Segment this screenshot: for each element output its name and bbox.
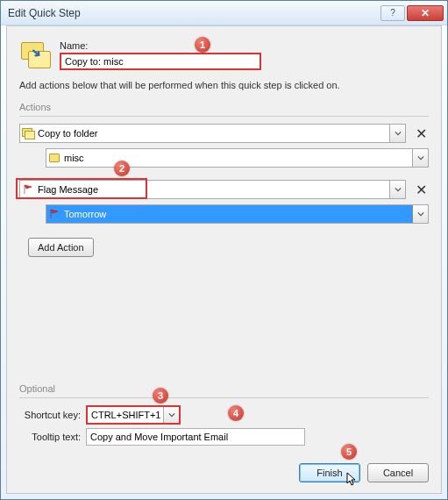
titlebar: Edit Quick Step ? ✕ — [1, 1, 447, 25]
flag-due-combo[interactable]: Tomorrow — [46, 204, 429, 224]
instruction-text: Add actions below that will be performed… — [19, 79, 429, 91]
add-action-button[interactable]: Add Action — [28, 238, 94, 257]
folder-text: misc — [62, 153, 412, 163]
annotation-bubble-1: 1 — [195, 37, 210, 53]
close-button[interactable]: ✕ — [407, 5, 444, 21]
folder-icon — [46, 154, 62, 162]
tooltip-label: Tooltip text: — [19, 432, 81, 442]
name-input[interactable] — [60, 53, 261, 70]
flag-icon — [46, 209, 62, 219]
name-label: Name: — [60, 40, 429, 51]
shortcut-combo[interactable]: CTRL+SHIFT+1 — [86, 405, 181, 425]
window-title: Edit Quick Step — [8, 7, 380, 19]
optional-section-label: Optional — [19, 383, 429, 394]
tooltip-input[interactable] — [86, 428, 305, 446]
folder-combo[interactable]: misc — [46, 148, 429, 168]
quickstep-icon: ➜ — [19, 39, 51, 70]
action-subrow: misc — [46, 148, 429, 168]
flag-due-text: Tomorrow — [62, 209, 412, 219]
shortcut-value: CTRL+SHIFT+1 — [88, 410, 163, 420]
delete-action-icon[interactable]: ✕ — [413, 125, 429, 141]
annotation-bubble-4: 4 — [228, 405, 244, 421]
chevron-down-icon[interactable] — [389, 181, 405, 198]
chevron-down-icon[interactable] — [389, 125, 405, 142]
actions-rule — [19, 116, 429, 117]
dialog-body: ➜ Name: 1 Add actions below that will be… — [6, 25, 442, 494]
action-type-combo[interactable]: Flag Message — [19, 180, 406, 199]
actions-section-label: Actions — [19, 102, 429, 112]
action-type-combo[interactable]: Copy to folder — [19, 124, 406, 143]
action-row: Flag Message ✕ — [19, 180, 429, 199]
annotation-bubble-2: 2 — [114, 161, 130, 176]
optional-rule — [19, 397, 429, 398]
cancel-button[interactable]: Cancel — [367, 463, 429, 482]
shortcut-label: Shortcut key: — [19, 410, 81, 420]
action-type-text: Flag Message — [36, 184, 389, 195]
action-type-text: Copy to folder — [36, 128, 389, 139]
chevron-down-icon[interactable] — [412, 149, 428, 167]
help-button[interactable]: ? — [380, 5, 405, 21]
edit-quick-step-dialog: Edit Quick Step ? ✕ ➜ Name: 1 Add action… — [0, 0, 448, 500]
chevron-down-icon[interactable] — [412, 205, 428, 223]
action-subrow: Tomorrow — [46, 204, 429, 224]
chevron-down-icon[interactable] — [163, 407, 179, 423]
action-row: Copy to folder ✕ — [19, 124, 429, 143]
annotation-bubble-5: 5 — [341, 444, 357, 460]
finish-button[interactable]: Finish — [299, 463, 360, 482]
copy-folder-icon — [20, 128, 36, 139]
annotation-bubble-3: 3 — [153, 388, 168, 404]
flag-icon — [20, 184, 36, 195]
delete-action-icon[interactable]: ✕ — [413, 182, 429, 197]
